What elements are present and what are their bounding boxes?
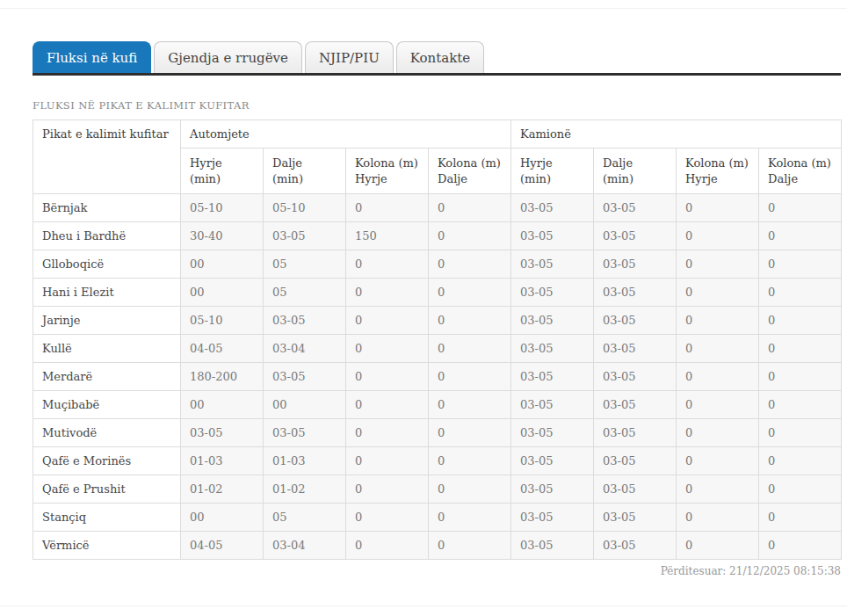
value-cell: 0 (346, 504, 429, 532)
value-cell: 0 (429, 307, 511, 335)
value-cell: 00 (181, 279, 264, 307)
value-cell: 03-05 (594, 363, 677, 391)
value-cell: 03-05 (511, 504, 594, 532)
value-cell: 03-05 (594, 532, 677, 560)
value-cell: 0 (429, 222, 511, 250)
tab-fluksi-ne-kufi[interactable]: Fluksi në kufi (33, 41, 151, 73)
value-cell: 0 (677, 532, 759, 560)
value-cell: 0 (677, 475, 759, 504)
value-cell: 03-05 (594, 307, 677, 335)
value-cell: 03-05 (264, 222, 346, 250)
value-cell: 0 (677, 222, 759, 250)
value-cell: 04-05 (181, 532, 264, 560)
value-cell: 03-05 (264, 419, 346, 447)
value-cell: 01-02 (181, 475, 264, 504)
value-cell: 0 (759, 475, 842, 504)
crossing-name: Glloboqicë (33, 250, 181, 279)
section-heading: FLUKSI NË PIKAT E KALIMIT KUFITAR (33, 99, 841, 112)
value-cell: 03-05 (511, 363, 594, 391)
table-row: Glloboqicë00050003-0503-0500 (33, 250, 842, 279)
value-cell: 0 (677, 504, 759, 532)
value-cell: 150 (346, 222, 429, 250)
crossing-name: Qafë e Prushit (33, 475, 181, 504)
sub-header: Dalje (min) (594, 149, 677, 194)
value-cell: 03-05 (264, 307, 346, 335)
crossing-name: Merdarë (33, 363, 181, 391)
value-cell: 0 (429, 363, 511, 391)
tab-kontakte[interactable]: Kontakte (396, 41, 484, 73)
sub-header: Kolona (m) Hyrje (346, 149, 429, 194)
value-cell: 03-05 (511, 419, 594, 447)
value-cell: 03-05 (511, 222, 594, 250)
value-cell: 0 (429, 279, 511, 307)
value-cell: 0 (759, 532, 842, 560)
value-cell: 0 (677, 279, 759, 307)
value-cell: 0 (759, 335, 842, 363)
tab-njip-piu[interactable]: NJIP/PIU (305, 41, 394, 73)
value-cell: 00 (181, 504, 264, 532)
value-cell: 0 (346, 419, 429, 447)
sub-header: Kolona (m) Hyrje (677, 149, 759, 194)
value-cell: 05 (264, 250, 346, 279)
value-cell: 03-05 (594, 504, 677, 532)
value-cell: 0 (677, 335, 759, 363)
value-cell: 03-05 (511, 391, 594, 419)
value-cell: 03-05 (511, 447, 594, 475)
crossing-name: Mutivodë (33, 419, 181, 447)
table-body: Bërnjak05-1005-100003-0503-0500Dheu i Ba… (33, 194, 842, 560)
value-cell: 30-40 (181, 222, 264, 250)
value-cell: 0 (677, 447, 759, 475)
table-row: Mutivodë03-0503-050003-0503-0500 (33, 419, 842, 447)
value-cell: 0 (759, 250, 842, 279)
value-cell: 0 (759, 363, 842, 391)
value-cell: 03-05 (594, 222, 677, 250)
value-cell: 0 (346, 279, 429, 307)
value-cell: 00 (181, 250, 264, 279)
value-cell: 03-05 (511, 307, 594, 335)
value-cell: 0 (429, 475, 511, 504)
value-cell: 0 (759, 194, 842, 222)
value-cell: 03-05 (594, 447, 677, 475)
crossings-table: Pikat e kalimit kufitar Automjete Kamion… (33, 120, 842, 560)
value-cell: 0 (677, 194, 759, 222)
value-cell: 04-05 (181, 335, 264, 363)
value-cell: 03-05 (594, 391, 677, 419)
value-cell: 0 (759, 307, 842, 335)
value-cell: 0 (759, 222, 842, 250)
group-header-kamione: Kamionë (511, 120, 842, 149)
value-cell: 05 (264, 279, 346, 307)
table-row: Qafë e Morinës01-0301-030003-0503-0500 (33, 447, 842, 475)
tab-underline (33, 73, 841, 76)
value-cell: 01-02 (264, 475, 346, 504)
value-cell: 0 (759, 419, 842, 447)
value-cell: 03-05 (511, 194, 594, 222)
value-cell: 0 (429, 419, 511, 447)
crossing-name: Hani i Elezit (33, 279, 181, 307)
crossing-name: Stançiq (33, 504, 181, 532)
value-cell: 03-05 (264, 363, 346, 391)
value-cell: 03-05 (594, 194, 677, 222)
corner-header: Pikat e kalimit kufitar (33, 120, 181, 194)
value-cell: 0 (677, 307, 759, 335)
value-cell: 03-05 (594, 335, 677, 363)
value-cell: 0 (346, 532, 429, 560)
value-cell: 03-05 (511, 250, 594, 279)
value-cell: 0 (429, 447, 511, 475)
value-cell: 0 (346, 307, 429, 335)
content-container: Fluksi në kufi Gjendja e rrugëve NJIP/PI… (33, 0, 841, 577)
value-cell: 0 (429, 335, 511, 363)
table-row: Bërnjak05-1005-100003-0503-0500 (33, 194, 842, 222)
table-row: Vërmicë04-0503-040003-0503-0500 (33, 532, 842, 560)
page: Fluksi në kufi Gjendja e rrugëve NJIP/PI… (0, 0, 847, 616)
value-cell: 03-05 (594, 250, 677, 279)
value-cell: 0 (677, 391, 759, 419)
value-cell: 0 (346, 475, 429, 504)
value-cell: 0 (346, 194, 429, 222)
group-header-automjete: Automjete (181, 120, 511, 149)
tab-gjendja-e-rrugeve[interactable]: Gjendja e rrugëve (154, 41, 302, 73)
value-cell: 0 (677, 363, 759, 391)
value-cell: 0 (677, 250, 759, 279)
value-cell: 0 (429, 504, 511, 532)
table-row: Kullë04-0503-040003-0503-0500 (33, 335, 842, 363)
value-cell: 00 (181, 391, 264, 419)
